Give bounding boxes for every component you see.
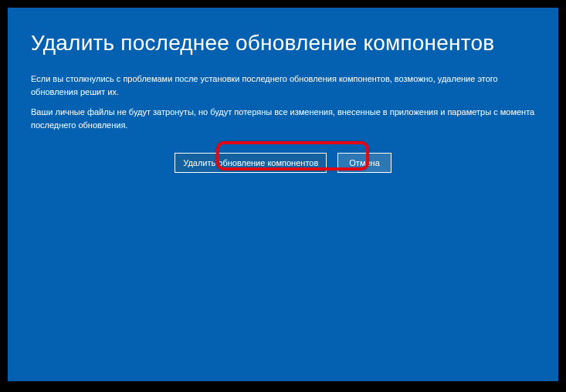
description-line-2: Ваши личные файлы не будут затронуты, но… — [31, 106, 535, 131]
recovery-window: Удалить последнее обновление компонентов… — [8, 8, 558, 381]
description-line-1: Если вы столкнулись с проблемами после у… — [31, 73, 535, 98]
uninstall-update-button[interactable]: Удалить обновление компонентов — [175, 153, 327, 173]
cancel-button[interactable]: Отмена — [337, 153, 391, 173]
button-row: Удалить обновление компонентов Отмена — [31, 153, 535, 173]
page-title: Удалить последнее обновление компонентов — [31, 31, 535, 56]
